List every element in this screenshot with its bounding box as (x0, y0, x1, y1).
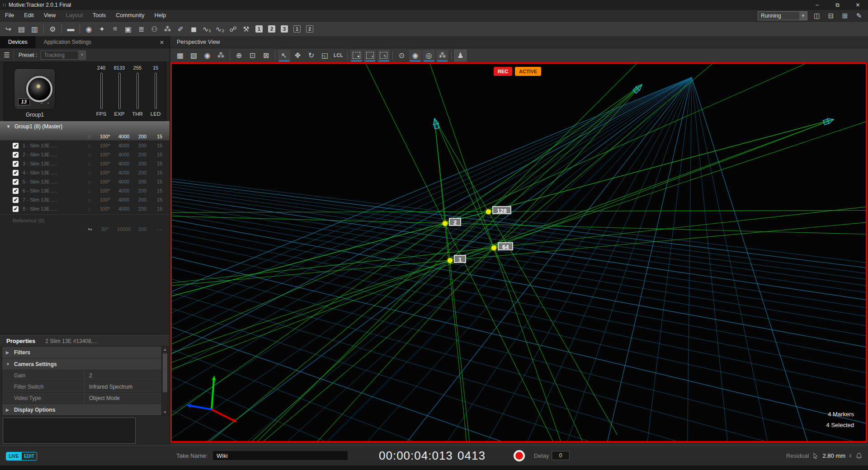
marker-display-icon[interactable]: ⁂ (215, 50, 227, 61)
translate-tool-icon[interactable]: ✥ (292, 50, 304, 61)
scroll-up-icon[interactable]: ▲ (162, 347, 168, 352)
scroll-down-icon[interactable]: ▼ (162, 409, 168, 415)
camera-checkbox[interactable]: ✔ (13, 206, 19, 212)
layout-preset-3[interactable]: 3 (281, 25, 288, 33)
rigid-body-icon[interactable]: ⚇ (149, 24, 160, 34)
menu-view[interactable]: View (39, 10, 61, 21)
display-monitor-icon[interactable]: ▬ (65, 24, 76, 34)
perspective-view-3d[interactable]: REC ACTIVE 1282641 4 Markers 4 Selected (170, 62, 867, 442)
marker-dot[interactable] (486, 209, 491, 214)
menu-file[interactable]: File (0, 10, 19, 21)
select-assets-icon[interactable]: ↖ (377, 50, 390, 61)
take-name-input[interactable] (212, 451, 348, 461)
graph-view-1-icon[interactable]: ∿₁ (201, 24, 212, 34)
slider-thr[interactable]: 255THR (128, 63, 146, 122)
menu-edit[interactable]: Edit (19, 10, 39, 21)
visibility-eye-icon[interactable]: ⊙ (396, 50, 408, 61)
property-row[interactable]: Filter SwitchInfrared Spectrum (2, 381, 161, 393)
close-button[interactable]: ✕ (848, 0, 868, 10)
engine-state-dropdown[interactable]: Running ▼ (758, 11, 807, 20)
camera-checkbox[interactable]: ✔ (13, 170, 19, 176)
camera-calibration-icon[interactable]: ◉ (83, 24, 94, 34)
menu-help[interactable]: Help (150, 10, 171, 21)
viewport-tab[interactable]: Perspective View (170, 36, 868, 48)
property-row[interactable]: Video TypeObject Mode (2, 393, 161, 404)
section-filters[interactable]: ▶Filters (2, 347, 161, 358)
camera-settings-icon[interactable]: ▣ (123, 24, 134, 34)
camera-row[interactable]: ✔4 - Slim 13E ,…◌100*400020015 (0, 168, 170, 177)
panel-devices-icon[interactable]: ◫ (811, 11, 822, 20)
camera-checkbox[interactable]: ✔ (13, 188, 19, 194)
data-streaming-icon[interactable]: ≣ (136, 24, 147, 34)
camera-row[interactable]: ✔6 - Slim 13E ,…◌100*400020015 (0, 186, 170, 195)
slider-fps[interactable]: 240FPS (92, 63, 110, 122)
video-mode-icon[interactable]: ◼ (188, 24, 199, 34)
property-row[interactable]: Gain2 (2, 370, 161, 381)
delay-input[interactable] (552, 451, 570, 460)
menu-community[interactable]: Community (111, 10, 149, 21)
camera-checkbox[interactable]: ✔ (13, 152, 19, 158)
select-cameras-icon[interactable]: ▪ (364, 50, 376, 61)
tab-application-settings[interactable]: Application Settings (36, 36, 99, 48)
camera-visibility-icon[interactable]: ◎ (423, 50, 435, 61)
camera-row[interactable]: ✔5 - Slim 13E ,…◌100*400020015 (0, 177, 170, 186)
list-menu-icon[interactable]: ☰ (0, 51, 14, 59)
calibration-wand-icon[interactable]: ✦ (96, 24, 108, 34)
spinner-icon[interactable]: ▲▼ (849, 454, 852, 458)
camera-thumbnail[interactable]: 13 ● ● (14, 68, 56, 110)
edit-button[interactable]: EDIT (21, 452, 37, 460)
restore-button[interactable]: ⧉ (827, 0, 848, 10)
scene-camera-3[interactable] (823, 117, 835, 125)
save-as-icon[interactable]: ▥ (29, 24, 40, 34)
save-take-icon[interactable]: ▤ (16, 24, 27, 34)
zoom-fit-icon[interactable]: ⊠ (260, 50, 272, 61)
active-badge[interactable]: ACTIVE (515, 67, 541, 76)
minimize-button[interactable]: – (807, 0, 827, 10)
asset-visibility-icon[interactable]: ⁂ (436, 50, 448, 61)
local-coords-toggle[interactable]: LCL (332, 50, 344, 61)
menu-tools[interactable]: Tools (88, 10, 111, 21)
snapshot-camera-icon[interactable]: ◉ (201, 50, 213, 61)
select-markers-icon[interactable]: ● (350, 50, 363, 61)
live-button[interactable]: LIVE (6, 452, 21, 460)
select-tool-icon[interactable]: ↖ (278, 50, 290, 61)
view-preset-2[interactable]: 2 (306, 25, 313, 33)
zoom-region-icon[interactable]: ⊡ (246, 50, 259, 61)
preset-dropdown[interactable]: Tracking ▼ (41, 51, 86, 60)
camera-row[interactable]: ✔8 - Slim 13E ,…◌100*400020015 (0, 204, 170, 213)
scale-tool-icon[interactable]: ◱ (319, 50, 331, 61)
scene-camera-1[interactable] (632, 83, 644, 94)
marker-dot[interactable] (491, 245, 496, 250)
panel-camera-preview-icon[interactable]: ⊞ (840, 11, 850, 20)
edit-tools-icon[interactable]: ✐ (175, 24, 186, 34)
panel-properties-icon[interactable]: ⊟ (826, 11, 836, 20)
slider-led[interactable]: 15LED (146, 63, 165, 122)
camera-row[interactable]: ✔3 - Slim 13E ,…◌100*400020015 (0, 159, 170, 168)
marker-label[interactable]: 1 (454, 255, 466, 263)
marker-visibility-icon[interactable]: ◉ (409, 50, 421, 61)
marker-set-icon[interactable]: ⁂ (162, 24, 173, 34)
marker-dot[interactable] (448, 258, 453, 263)
marker-label[interactable]: 64 (498, 242, 513, 250)
slider-track[interactable] (118, 73, 121, 109)
panel-edit-layout-icon[interactable]: ✎ (854, 11, 864, 20)
broadcast-icon[interactable]: ☍ (227, 24, 239, 34)
layout-preset-1[interactable]: 1 (255, 25, 263, 33)
settings-gear-icon[interactable]: ⚙ (47, 24, 58, 34)
rotate-tool-icon[interactable]: ↻ (305, 50, 317, 61)
marker-dot[interactable] (443, 221, 448, 226)
slider-track[interactable] (137, 73, 139, 109)
view-preset-1[interactable]: 1 (293, 25, 301, 33)
properties-scrollbar[interactable]: ▲ ▼ (161, 347, 168, 415)
marker-label[interactable]: 128 (492, 206, 511, 214)
scene-camera-2[interactable] (432, 118, 440, 129)
record-button[interactable] (514, 450, 525, 461)
camera-checkbox[interactable]: ✔ (13, 161, 19, 167)
view-layout-menu-icon[interactable]: ▦ (174, 50, 186, 61)
data-layers-icon[interactable]: ≡ (109, 24, 121, 34)
import-export-icon[interactable]: ↪ (3, 24, 14, 34)
zoom-in-icon[interactable]: ⊕ (233, 50, 245, 61)
slider-exp[interactable]: 8133EXP (110, 63, 128, 122)
section-display-options[interactable]: ▶Display Options (2, 404, 161, 416)
notification-bell-icon[interactable] (855, 452, 863, 460)
